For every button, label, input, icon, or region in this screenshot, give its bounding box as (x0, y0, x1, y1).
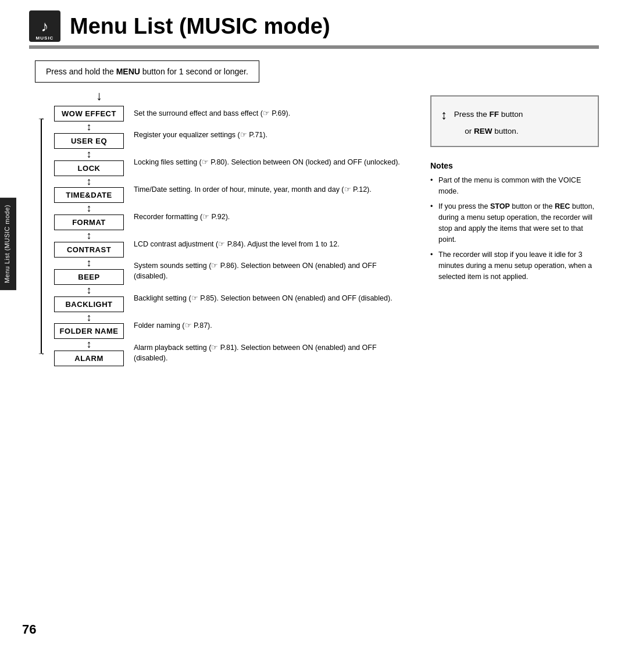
page-title: Menu List (MUSIC mode) (70, 14, 330, 39)
menu-box: TIME&DATE (54, 187, 124, 203)
double-arrow-icon: ↕ (87, 258, 92, 269)
rew-text-or: or (465, 127, 474, 135)
menu-box: CONTRAST (54, 242, 124, 258)
menu-item-description: Backlight setting (☞ P.85). Selection be… (127, 291, 413, 306)
flow-diagram: → → WOW EFFECTSet the surround effect an… (35, 106, 413, 366)
press-hold-instruction: Press and hold the MENU button for 1 sec… (35, 60, 259, 83)
flow-item: ↕TIME&DATETime/Date setting. In order of… (51, 176, 413, 203)
rew-text-btn: button. (493, 127, 519, 135)
page-header: MUSIC Menu List (MUSIC mode) (0, 0, 628, 42)
up-down-arrow-icon: ↕ (441, 105, 447, 125)
main-content: Press and hold the MENU button for 1 sec… (0, 49, 628, 378)
side-tab: Menu List (MUSIC mode) (0, 198, 16, 290)
page-number: 76 (22, 622, 36, 637)
notes-list: Part of the menu is common with the VOIC… (430, 175, 599, 283)
menu-box: FOLDER NAME (54, 323, 124, 339)
flow-item: ↕ALARMAlarm playback setting (☞ P.81). S… (51, 339, 413, 366)
ff-bold: FF (490, 110, 499, 119)
menu-box: BEEP (54, 269, 124, 285)
instruction-text-before: Press and hold the (46, 67, 116, 76)
menu-box: USER EQ (54, 133, 124, 149)
menu-box: BACKLIGHT (54, 296, 124, 312)
ff-text-before: Press the (454, 110, 490, 119)
menu-item-description: LCD contrast adjustment (☞ P.84). Adjust… (127, 237, 413, 252)
note-item: Part of the menu is common with the VOIC… (430, 175, 599, 197)
flow-item: ↕USER EQRegister your equalizer settings… (51, 121, 413, 149)
flow-item: ↕LOCKLocking files setting (☞ P.80). Sel… (51, 149, 413, 176)
stop-bold: STOP (490, 202, 510, 210)
flow-items-container: WOW EFFECTSet the surround effect and ba… (51, 106, 413, 366)
menu-box: WOW EFFECT (54, 106, 124, 121)
music-label: MUSIC (29, 35, 60, 41)
flow-item: ↕FOLDER NAMEFolder naming (☞ P.87). (51, 312, 413, 339)
note-item: If you press the STOP button or the REC … (430, 201, 599, 245)
menu-item-description: System sounds setting (☞ P.86). Selectio… (127, 258, 413, 284)
flow-item: ↕CONTRASTLCD contrast adjustment (☞ P.84… (51, 230, 413, 258)
menu-box: ALARM (54, 351, 124, 366)
menu-item-description: Alarm playback setting (☞ P.81). Selecti… (127, 340, 413, 366)
double-arrow-icon: ↕ (87, 176, 92, 188)
menu-item-description: Locking files setting (☞ P.80). Selectio… (127, 155, 413, 170)
flow-item: ↕BACKLIGHTBacklight setting (☞ P.85). Se… (51, 285, 413, 312)
left-column: Press and hold the MENU button for 1 sec… (35, 60, 413, 366)
flow-vertical-line (41, 119, 42, 353)
double-arrow-icon: ↕ (87, 285, 92, 296)
ff-text-btn: button (499, 110, 523, 119)
menu-box: FORMAT (54, 215, 124, 230)
double-arrow-icon: ↕ (87, 312, 92, 324)
flow-item: WOW EFFECTSet the surround effect and ba… (51, 106, 413, 121)
double-arrow-icon: ↕ (87, 230, 92, 242)
flow-item: ↕FORMATRecorder formatting (☞ P.92). (51, 203, 413, 230)
ff-rew-box: ↕ Press the FF button or REW button. (430, 95, 599, 147)
menu-bold: MENU (116, 67, 140, 76)
rew-bold: REW (474, 127, 493, 135)
menu-box: LOCK (54, 160, 124, 176)
double-arrow-icon: ↕ (87, 203, 92, 215)
exit-arrow: → (37, 349, 45, 358)
music-icon: MUSIC (29, 10, 60, 42)
entry-arrow: → (37, 114, 45, 123)
flow-item: ↕BEEPSystem sounds setting (☞ P.86). Sel… (51, 258, 413, 285)
double-arrow-icon: ↕ (87, 149, 92, 160)
rec-bold: REC (555, 202, 570, 210)
right-column: ↕ Press the FF button or REW button. Not… (430, 60, 599, 366)
menu-item-description: Folder naming (☞ P.87). (127, 318, 413, 333)
menu-item-description: Recorder formatting (☞ P.92). (127, 209, 413, 224)
menu-item-description: Register your equalizer settings (☞ P.71… (127, 127, 413, 142)
notes-section: Notes Part of the menu is common with th… (430, 161, 599, 283)
note-item: The recorder will stop if you leave it i… (430, 249, 599, 282)
menu-item-description: Set the surround effect and bass effect … (127, 106, 413, 121)
down-arrow-initial: ↓ (35, 88, 413, 103)
menu-item-description: Time/Date setting. In order of hour, min… (127, 182, 413, 197)
instruction-text-after: button for 1 second or longer. (140, 67, 248, 76)
double-arrow-icon: ↕ (87, 339, 92, 351)
notes-title: Notes (430, 161, 599, 170)
double-arrow-icon: ↕ (87, 121, 92, 133)
